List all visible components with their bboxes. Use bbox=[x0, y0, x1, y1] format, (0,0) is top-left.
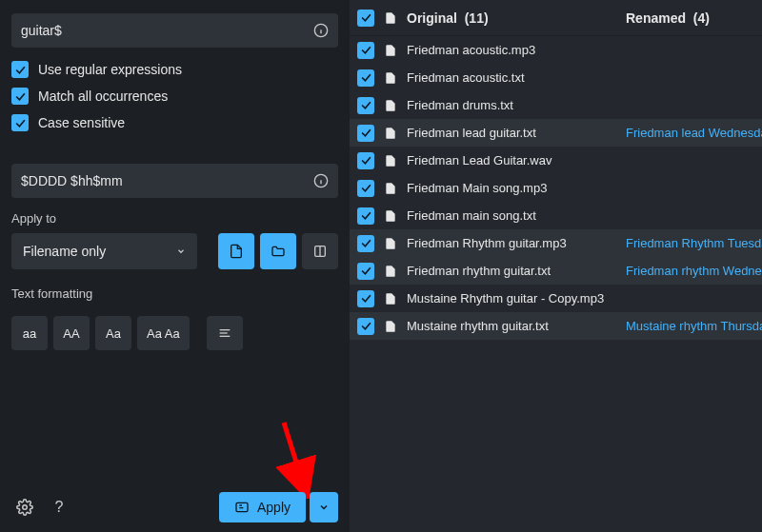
search-input[interactable] bbox=[11, 13, 338, 48]
row-checkbox[interactable] bbox=[357, 180, 374, 197]
file-icon bbox=[384, 291, 397, 306]
format-titlecase-button[interactable]: Aa bbox=[95, 316, 131, 350]
row-checkbox[interactable] bbox=[357, 152, 374, 169]
file-icon bbox=[384, 10, 397, 26]
chevron-down-icon bbox=[176, 246, 186, 256]
option-label: Match all occurrences bbox=[38, 89, 168, 104]
include-files-button[interactable] bbox=[218, 233, 254, 269]
original-filename: Mustaine Rhythm guitar - Copy.mp3 bbox=[407, 291, 626, 305]
file-row[interactable]: Friedman acoustic.mp3 bbox=[350, 36, 762, 64]
pattern-input-wrap bbox=[11, 164, 338, 198]
left-panel: Use regular expressions Match all occurr… bbox=[0, 0, 350, 532]
file-row[interactable]: Mustaine rhythm guitar.txtMustaine rhyth… bbox=[350, 312, 762, 340]
file-icon bbox=[384, 181, 397, 196]
file-row[interactable]: Friedman acoustic.txt bbox=[350, 64, 762, 91]
rename-icon bbox=[234, 500, 250, 515]
renamed-filename: Mustaine rhythm Thursday 1 bbox=[626, 319, 762, 333]
file-icon bbox=[384, 208, 397, 224]
chevron-down-icon bbox=[318, 502, 330, 513]
row-checkbox[interactable] bbox=[357, 235, 374, 252]
row-checkbox[interactable] bbox=[357, 263, 374, 280]
apply-button-label: Apply bbox=[257, 500, 291, 515]
original-filename: Friedman acoustic.mp3 bbox=[407, 43, 626, 57]
select-all-checkbox[interactable] bbox=[357, 10, 374, 27]
column-header-original[interactable]: Original (11) bbox=[407, 10, 626, 26]
file-row[interactable]: Friedman rhythm guitar.txtFriedman rhyth… bbox=[350, 257, 762, 285]
search-input-wrap bbox=[11, 13, 338, 48]
row-checkbox[interactable] bbox=[357, 290, 374, 307]
help-button[interactable]: ? bbox=[46, 494, 72, 521]
original-filename: Friedman main song.txt bbox=[407, 208, 626, 223]
renamed-filename: Friedman Rhythm Tuesday 1 bbox=[626, 236, 762, 250]
format-extra-button[interactable] bbox=[207, 316, 243, 350]
option-match-all[interactable]: Match all occurrences bbox=[11, 88, 338, 105]
row-checkbox[interactable] bbox=[357, 69, 374, 87]
file-icon bbox=[384, 153, 397, 168]
file-row[interactable]: Friedman Lead Guitar.wav bbox=[350, 147, 762, 174]
text-formatting-label: Text formatting bbox=[11, 286, 338, 301]
original-filename: Friedman Main song.mp3 bbox=[407, 181, 626, 195]
checkbox-icon bbox=[11, 88, 29, 105]
file-row[interactable]: Mustaine Rhythm guitar - Copy.mp3 bbox=[350, 285, 762, 312]
original-filename: Friedman Lead Guitar.wav bbox=[407, 153, 626, 167]
file-row[interactable]: Friedman Main song.mp3 bbox=[350, 174, 762, 202]
file-row[interactable]: Friedman drums.txt bbox=[350, 91, 762, 119]
file-icon bbox=[384, 264, 397, 279]
original-filename: Mustaine rhythm guitar.txt bbox=[407, 319, 626, 333]
file-row[interactable]: Friedman main song.txt bbox=[350, 202, 762, 229]
option-regex[interactable]: Use regular expressions bbox=[11, 61, 338, 78]
checkbox-icon bbox=[11, 61, 29, 78]
text-formatting-row: aa AA Aa Aa Aa bbox=[11, 316, 338, 350]
include-folders-button[interactable] bbox=[260, 233, 296, 269]
original-filename: Friedman rhythm guitar.txt bbox=[407, 264, 626, 278]
row-checkbox[interactable] bbox=[357, 207, 374, 225]
renamed-filename: Friedman lead Wednesday 1 bbox=[626, 126, 762, 140]
svg-line-12 bbox=[284, 423, 303, 483]
file-list-header: Original (11) Renamed (4) bbox=[350, 0, 762, 36]
bottom-bar: ? Apply bbox=[0, 483, 350, 532]
option-label: Use regular expressions bbox=[38, 62, 182, 77]
option-case-sensitive[interactable]: Case sensitive bbox=[11, 114, 338, 131]
info-icon[interactable] bbox=[313, 173, 329, 188]
format-capitalize-button[interactable]: Aa Aa bbox=[137, 316, 190, 350]
file-icon bbox=[384, 70, 397, 86]
original-filename: Friedman drums.txt bbox=[407, 98, 626, 112]
apply-to-value: Filename only bbox=[23, 244, 106, 259]
apply-to-row: Filename only bbox=[11, 233, 338, 269]
option-label: Case sensitive bbox=[38, 115, 125, 130]
pattern-input[interactable] bbox=[11, 164, 338, 198]
row-checkbox[interactable] bbox=[357, 42, 374, 59]
original-filename: Friedman lead guitar.txt bbox=[407, 126, 626, 140]
file-list: Friedman acoustic.mp3Friedman acoustic.t… bbox=[350, 36, 762, 340]
apply-button[interactable]: Apply bbox=[219, 492, 306, 522]
apply-to-label: Apply to bbox=[11, 211, 338, 226]
file-row[interactable]: Friedman lead guitar.txtFriedman lead We… bbox=[350, 119, 762, 147]
file-icon bbox=[384, 319, 397, 334]
svg-point-13 bbox=[23, 505, 28, 510]
file-icon bbox=[384, 126, 397, 141]
settings-button[interactable] bbox=[11, 494, 38, 521]
info-icon[interactable] bbox=[313, 23, 329, 38]
original-filename: Friedman acoustic.txt bbox=[407, 70, 626, 85]
format-lowercase-button[interactable]: aa bbox=[11, 316, 48, 350]
right-panel: Original (11) Renamed (4) Friedman acous… bbox=[350, 0, 762, 532]
file-icon bbox=[384, 43, 397, 58]
checkbox-icon bbox=[11, 114, 29, 131]
include-subfolders-button[interactable] bbox=[302, 233, 338, 269]
renamed-filename: Friedman rhythm Wednesda bbox=[626, 264, 762, 278]
original-filename: Friedman Rhythm guitar.mp3 bbox=[407, 236, 626, 250]
row-checkbox[interactable] bbox=[357, 125, 374, 142]
column-header-renamed[interactable]: Renamed (4) bbox=[626, 10, 710, 26]
file-icon bbox=[384, 236, 397, 251]
file-icon bbox=[384, 98, 397, 113]
apply-to-select[interactable]: Filename only bbox=[11, 233, 197, 269]
row-checkbox[interactable] bbox=[357, 97, 374, 114]
file-row[interactable]: Friedman Rhythm guitar.mp3Friedman Rhyth… bbox=[350, 229, 762, 257]
row-checkbox[interactable] bbox=[357, 318, 374, 335]
apply-dropdown-button[interactable] bbox=[310, 492, 338, 522]
format-uppercase-button[interactable]: AA bbox=[53, 316, 90, 350]
